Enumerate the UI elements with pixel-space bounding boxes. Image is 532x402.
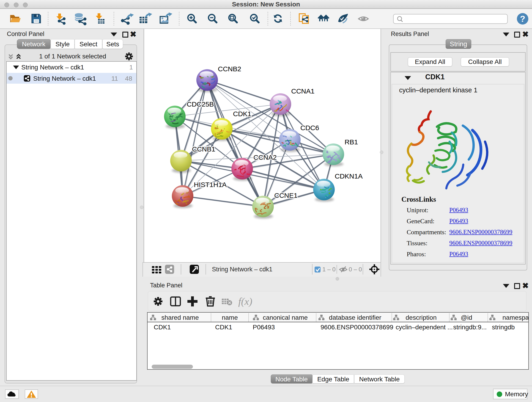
svg-text:f(x): f(x) (238, 296, 252, 307)
svg-text:0 – 0: 0 – 0 (349, 266, 362, 273)
svg-text:CDC6: CDC6 (300, 124, 319, 132)
svg-text:CCNB2: CCNB2 (218, 65, 241, 73)
svg-text:description: description (405, 314, 437, 321)
svg-text:CDC25B: CDC25B (187, 100, 214, 108)
svg-text:namespac: namespac (502, 314, 528, 321)
svg-text:String Network – cdk1: String Network – cdk1 (212, 266, 272, 273)
svg-text:shared name: shared name (161, 314, 199, 321)
svg-text:CCNA1: CCNA1 (291, 87, 315, 95)
svg-text:CDKN1A: CDKN1A (335, 172, 363, 180)
svg-text:name: name (222, 314, 238, 321)
svg-text:?: ? (520, 14, 525, 24)
svg-text:1 – 0: 1 – 0 (322, 266, 336, 273)
svg-text:CDK1: CDK1 (233, 110, 251, 118)
svg-text:CCNB1: CCNB1 (192, 145, 215, 153)
svg-text:RB1: RB1 (345, 138, 358, 146)
svg-text:CCNA2: CCNA2 (253, 153, 277, 161)
svg-text:HIST1H1A: HIST1H1A (194, 181, 227, 188)
svg-text:1 of 1 Network selected: 1 of 1 Network selected (39, 53, 106, 60)
svg-text:database identifier: database identifier (329, 314, 381, 321)
svg-text:canonical name: canonical name (263, 314, 308, 321)
svg-text:CCNE1: CCNE1 (274, 191, 298, 199)
svg-text:@id: @id (461, 314, 472, 321)
